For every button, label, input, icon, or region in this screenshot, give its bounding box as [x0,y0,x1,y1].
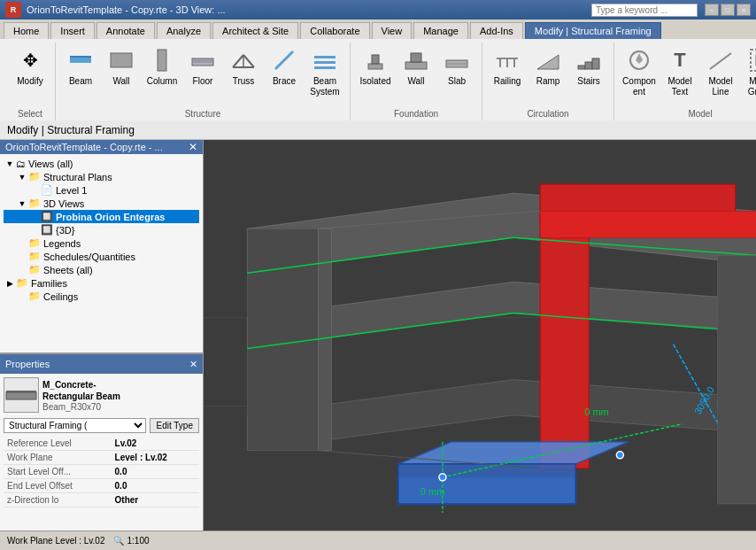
railing-button[interactable]: Railing [488,43,527,103]
model-line-button[interactable]: ModelLine [701,43,740,103]
stairs-label: Stairs [577,76,600,87]
wall-found-icon [402,46,430,74]
column-button[interactable]: Column [143,43,181,103]
svg-rect-18 [411,53,421,62]
beam-system-label: BeamSystem [310,76,339,97]
svg-rect-14 [314,66,336,69]
viewport-3d[interactable]: 0 mm 0 mm 3050.0 [204,140,756,531]
tree-item-families[interactable]: ▶ 📁 Families [4,276,199,290]
prop-buttons: Structural Framing ( Edit Type [4,418,199,433]
edit-type-button[interactable]: Edit Type [150,418,199,433]
brace-button[interactable]: Brace [265,43,304,103]
brace-label: Brace [273,76,296,87]
wall-found-button[interactable]: Wall [397,43,436,103]
properties-table: Reference Level Lv.02 Work Plane Level :… [4,437,199,507]
tree-item-sheets[interactable]: 📁 Sheets (all) [4,263,199,276]
column-label: Column [147,76,177,87]
stairs-button[interactable]: Stairs [569,43,608,103]
tab-architect-site[interactable]: Architect & Site [212,22,298,39]
svg-marker-30 [636,53,643,64]
model-text-button[interactable]: T ModelText [660,43,699,103]
modify-button[interactable]: ✥ Modify [11,43,50,103]
svg-rect-28 [592,58,599,69]
search-input[interactable] [591,4,698,17]
svg-rect-49 [398,464,575,504]
tree-item-ceilings[interactable]: 📁 Ceilings [4,290,199,303]
slab-icon [443,46,471,74]
tree-label-schedules: Schedules/Quantities [43,252,135,262]
beam-system-button[interactable]: BeamSystem [305,43,344,103]
maximize-button[interactable]: □ [721,4,735,16]
tab-annotate[interactable]: Annotate [96,22,155,39]
model-group-button[interactable]: ModelGrou... [742,43,756,103]
minimize-button[interactable]: − [705,4,719,16]
model-group-icon [747,46,756,74]
ribbon-group-foundation: Isolated Wall Slab Foundation [351,43,482,120]
ribbon-tabs: Home Insert Annotate Analyze Architect &… [0,19,756,39]
wall-button[interactable]: Wall [102,43,141,103]
slab-button[interactable]: Slab [437,43,476,103]
status-work-plane: Work Plane Level : Lv.02 [7,536,104,546]
properties-close-button[interactable]: ✕ [189,359,197,370]
tree-item-3d[interactable]: 🔲 {3D} [4,223,199,236]
tree-toggle [28,213,41,221]
tree-item-3d-views[interactable]: ▼ 📁 3D Views [4,197,199,210]
railing-label: Railing [494,76,521,87]
prop-value-z-direction: Other [112,493,199,507]
svg-line-11 [275,51,293,69]
svg-rect-34 [6,392,36,399]
tab-analyze[interactable]: Analyze [157,22,211,39]
prop-row-work-plane: Work Plane Level : Lv.02 [4,451,199,465]
tab-insert[interactable]: Insert [50,22,95,39]
tree-item-schedules[interactable]: 📁 Schedules/Quantities [4,250,199,263]
floor-button[interactable]: Floor [183,43,222,103]
tree-folder-icon: 📁 [16,277,28,289]
svg-rect-32 [751,50,756,71]
ramp-button[interactable]: Ramp [528,43,567,103]
svg-rect-27 [585,62,592,69]
component-label: Component [622,76,656,97]
close-button[interactable]: × [737,4,751,16]
prop-value-start-level: 0.0 [112,465,199,479]
svg-rect-16 [372,55,379,64]
window-controls: − □ × [703,4,751,16]
tree-item-level1[interactable]: 📄 Level 1 [4,183,199,197]
floor-label: Floor [193,76,213,87]
tree-toggle: ▶ [4,279,16,288]
prop-label-start-level: Start Level Off... [4,465,112,479]
properties-title: Properties [5,359,50,369]
prop-category-select[interactable]: Structural Framing ( [4,418,146,433]
prop-row-reference-level: Reference Level Lv.02 [4,437,199,451]
ribbon-group-model: Component T ModelText ModelLine ModelGro… [614,43,756,120]
tree-view[interactable]: ▼ 🗂 Views (all) ▼ 📁 Structural Plans 📄 L… [0,154,203,347]
tree-folder-icon: 📁 [28,171,41,182]
svg-rect-35 [6,391,36,392]
tree-item-views-all[interactable]: ▼ 🗂 Views (all) [4,158,199,170]
main-content: OrionToRevitTemplate - Copy.rte - ... ✕ … [0,140,756,531]
svg-point-60 [439,474,446,481]
tree-3d-icon: 🔲 [41,211,53,222]
tree-toggle: ▼ [16,199,28,208]
component-button[interactable]: Component [620,43,659,103]
isolated-button[interactable]: Isolated [356,43,395,103]
tab-addins[interactable]: Add-Ins [470,22,523,39]
tab-manage[interactable]: Manage [413,22,468,39]
tab-view[interactable]: View [372,22,413,39]
scale-icon: 🔍 [113,536,124,546]
svg-rect-13 [314,61,336,64]
prop-row-start-level: Start Level Off... 0.0 [4,465,199,479]
tree-item-legends[interactable]: 📁 Legends [4,236,199,250]
svg-rect-3 [158,50,166,71]
svg-rect-12 [314,56,336,58]
tab-home[interactable]: Home [4,22,49,39]
project-browser-close-button[interactable]: ✕ [189,142,197,152]
beam-button[interactable]: Beam [61,43,100,103]
tree-label-structural-plans: Structural Plans [43,172,112,182]
tab-collaborate[interactable]: Collaborate [300,22,369,39]
modify-icon: ✥ [16,46,44,74]
truss-button[interactable]: Truss [224,43,263,103]
tree-item-structural-plans[interactable]: ▼ 📁 Structural Plans [4,170,199,183]
tree-item-probina-orion[interactable]: 🔲 Probina Orion Entegras [4,210,199,223]
properties-panel: Properties ✕ M_Concrete-Rectangular Beam… [0,353,203,531]
tab-modify-structural-framing[interactable]: Modify | Structural Framing [525,22,661,39]
